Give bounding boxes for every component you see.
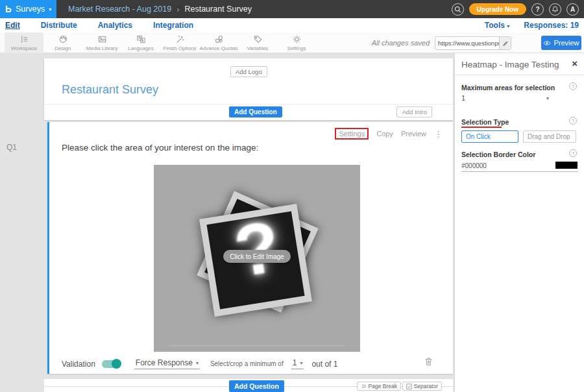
pencil-icon xyxy=(502,40,509,47)
question-card: Settings Copy Preview ⋮ Please click the… xyxy=(47,122,453,374)
breadcrumb: Market Research - Aug 2019 › Restaurant … xyxy=(68,5,252,14)
help-icon: ? xyxy=(572,84,574,90)
divider xyxy=(455,75,584,75)
toolbar-item-languages[interactable]: Languages xyxy=(121,32,160,53)
out-of-label: out of 1 xyxy=(311,360,337,369)
avatar: A xyxy=(570,6,575,13)
trash-icon xyxy=(424,357,433,366)
chevron-down-icon: ▾ xyxy=(49,6,51,12)
tools-menu[interactable]: Tools ▾ xyxy=(485,21,509,30)
toggle-knob xyxy=(112,359,121,369)
chevron-down-icon: ▾ xyxy=(300,360,302,366)
max-areas-select[interactable]: 1 ▾ xyxy=(461,94,549,102)
close-icon[interactable]: × xyxy=(572,58,578,69)
question-number: Q1 xyxy=(6,143,17,152)
breadcrumb-survey-folder[interactable]: Market Research - Aug 2019 xyxy=(68,5,171,14)
help-icon: ? xyxy=(572,151,574,156)
nav-right: Tools ▾ Responses: 19 xyxy=(485,21,579,30)
validation-toggle[interactable] xyxy=(102,360,120,368)
validation-label: Validation xyxy=(62,360,95,369)
heatmap-image-placeholder[interactable]: ? Click to Edit Image xyxy=(154,165,360,352)
on-click-option[interactable]: On Click xyxy=(461,130,518,143)
workspace-icon xyxy=(19,34,29,44)
tab-integration[interactable]: Integration xyxy=(153,21,193,30)
border-color-help-button[interactable]: ? xyxy=(569,149,577,157)
add-question-button-top[interactable]: Add Question xyxy=(229,106,282,117)
help-button[interactable]: ? xyxy=(531,3,544,16)
survey-url-field[interactable]: https://www.questionpro.com/t/APNrFZ xyxy=(435,36,511,50)
selection-type-label: Selection Type xyxy=(461,118,509,126)
magic-wand-icon xyxy=(175,34,185,44)
upgrade-now-button[interactable]: Upgrade Now xyxy=(469,3,526,15)
red-annotation-underline xyxy=(461,127,502,128)
app-screen: P Surveys ▾ Market Research - Aug 2019 ›… xyxy=(0,0,584,392)
toolbar-item-finish-options[interactable]: Finish Options xyxy=(160,32,199,53)
gear-icon xyxy=(292,34,302,44)
question-settings-panel: Heatmap - Image Testing × Maximum areas … xyxy=(454,53,584,392)
toolbar-item-media-library[interactable]: Media Library xyxy=(82,32,121,53)
tag-icon xyxy=(253,34,263,44)
toolbar-item-settings[interactable]: Settings xyxy=(277,32,316,53)
question-text[interactable]: Please click the area of your interest o… xyxy=(62,143,258,153)
placeholder-divider xyxy=(169,345,345,346)
add-question-button-bottom[interactable]: Add Question xyxy=(229,380,284,392)
chevron-down-icon: ▾ xyxy=(507,23,509,29)
tab-distribute[interactable]: Distribute xyxy=(41,21,77,30)
add-logo-button[interactable]: Add Logo xyxy=(230,66,267,77)
add-question-strip: Add Question Page Break Separator xyxy=(44,379,453,392)
toolbar-item-variables[interactable]: Variables xyxy=(238,32,277,53)
question-settings-button[interactable]: Settings xyxy=(335,128,369,140)
bell-icon xyxy=(552,6,559,13)
top-bar: P Surveys ▾ Market Research - Aug 2019 ›… xyxy=(0,0,584,18)
help-icon: ? xyxy=(572,118,574,124)
main-nav: Edit Distribute Analytics Integration To… xyxy=(0,18,584,32)
help-icon: ? xyxy=(535,6,539,13)
search-button[interactable] xyxy=(452,3,464,16)
surveys-menu[interactable]: P Surveys ▾ xyxy=(0,0,56,18)
checkbox-check-icon xyxy=(406,384,412,389)
min-selection-label: Select/crop a minimum of xyxy=(210,360,284,367)
divider xyxy=(44,104,453,104)
force-response-select[interactable]: Force Response ▾ xyxy=(134,358,200,369)
drag-and-drop-option[interactable]: Drag and Drop xyxy=(523,130,576,143)
palette-icon xyxy=(58,34,68,44)
toolbar-item-design[interactable]: Design xyxy=(43,32,82,53)
toolbar-item-advance-quotas[interactable]: Advance Quotas xyxy=(199,32,238,53)
click-to-edit-image-button[interactable]: Click to Edit Image xyxy=(223,250,291,263)
editor-toolbar: Workspace Design Media Library Languages… xyxy=(0,32,584,53)
edit-url-button[interactable] xyxy=(499,37,511,49)
survey-url-value[interactable]: https://www.questionpro.com/t/APNrFZ xyxy=(435,37,499,49)
toolbar-item-workspace[interactable]: Workspace xyxy=(5,32,43,53)
question-actions: Settings Copy Preview ⋮ xyxy=(335,128,443,140)
tab-edit[interactable]: Edit xyxy=(5,21,20,30)
delete-question-button[interactable] xyxy=(424,357,433,366)
breadcrumb-survey-name: Restaurant Survey xyxy=(184,5,252,14)
selection-type-help-button[interactable]: ? xyxy=(569,117,577,125)
survey-title[interactable]: Restaurant Survey xyxy=(62,83,158,97)
image-icon xyxy=(97,34,107,44)
survey-header-card: Add Logo Restaurant Survey Add Question … xyxy=(44,58,453,120)
panel-title: Heatmap - Image Testing xyxy=(461,60,559,69)
max-areas-help-button[interactable]: ? xyxy=(569,82,577,90)
quota-links-icon xyxy=(214,34,224,44)
min-value-select[interactable]: 1 ▾ xyxy=(291,358,304,369)
surveys-label: Surveys xyxy=(16,5,45,14)
preview-button[interactable]: Preview xyxy=(541,36,581,50)
border-color-input[interactable]: #000000 xyxy=(461,162,487,169)
question-preview-button[interactable]: Preview xyxy=(401,130,426,138)
add-intro-button[interactable]: Add Intro xyxy=(396,106,432,117)
border-color-label: Selection Border Color xyxy=(461,151,535,158)
responses-count[interactable]: Responses: 19 xyxy=(524,21,579,30)
eye-icon xyxy=(543,40,551,46)
separator-button[interactable]: Separator xyxy=(402,382,442,391)
notifications-button[interactable] xyxy=(549,3,561,16)
page-break-button[interactable]: Page Break xyxy=(357,382,401,391)
border-color-swatch[interactable] xyxy=(555,162,578,169)
page-break-icon xyxy=(361,384,367,389)
chevron-down-icon: ▾ xyxy=(546,95,549,101)
editor-canvas: Q1 Add Logo Restaurant Survey Add Questi… xyxy=(0,53,454,392)
question-copy-button[interactable]: Copy xyxy=(376,130,393,138)
kebab-menu-icon[interactable]: ⋮ xyxy=(434,129,443,139)
account-button[interactable]: A xyxy=(566,3,579,16)
tab-analytics[interactable]: Analytics xyxy=(98,21,132,30)
